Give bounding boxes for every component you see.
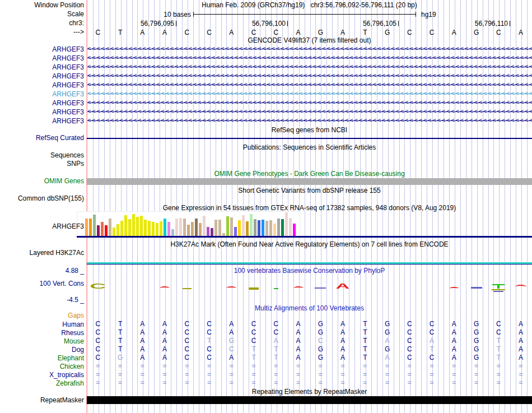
gencode-transcript[interactable]: <<<<<<<<<<<<<<<<<<<<<<<<<<<<<<<<<<<<<<<<… bbox=[87, 81, 532, 88]
gtex-tissue-bar[interactable] bbox=[218, 220, 221, 236]
gencode-gene-label[interactable]: ARHGEF3 bbox=[0, 108, 84, 116]
multiz-sequence-row[interactable]: CTAACCCTTAGATGCTAGTA bbox=[87, 345, 532, 353]
gencode-transcript[interactable]: <<<<<<<<<<<<<<<<<<<<<<<<<<<<<<<<<<<<<<<<… bbox=[87, 90, 532, 97]
gtex-tissue-bar[interactable] bbox=[273, 224, 276, 236]
gtex-gene-label[interactable]: ARHGEF3 bbox=[0, 223, 84, 230]
gtex-tissue-bar[interactable] bbox=[116, 224, 119, 236]
multiz-species-label[interactable]: Zebrafish bbox=[0, 379, 84, 387]
gencode-gene-label[interactable]: ARHGEF3 bbox=[0, 63, 84, 71]
multiz-species-label[interactable]: Chicken bbox=[0, 363, 84, 370]
gencode-transcript[interactable]: <<<<<<<<<<<<<<<<<<<<<<<<<<<<<<<<<<<<<<<<… bbox=[87, 54, 532, 61]
gtex-tissue-bar[interactable] bbox=[97, 225, 100, 236]
multiz-sequence-row[interactable]: CTAACTGCAACATACAAGTA bbox=[87, 337, 532, 345]
gtex-tissue-bar[interactable] bbox=[265, 221, 268, 236]
multiz-species-label[interactable]: Human bbox=[0, 321, 84, 328]
gtex-tissue-bar[interactable] bbox=[128, 219, 131, 236]
gtex-tissue-bar[interactable] bbox=[293, 224, 296, 236]
gtex-tissue-bar[interactable] bbox=[238, 220, 241, 236]
gencode-gene-label[interactable]: ARHGEF3 bbox=[0, 81, 84, 89]
gtex-tissue-bar[interactable] bbox=[164, 219, 166, 236]
gtex-tissue-bar[interactable] bbox=[120, 221, 123, 236]
gtex-tissue-bar[interactable] bbox=[148, 221, 151, 236]
gtex-tissue-bar[interactable] bbox=[85, 219, 88, 236]
gtex-tissue-bar[interactable] bbox=[191, 222, 194, 236]
gtex-tissue-bar[interactable] bbox=[183, 219, 186, 236]
gtex-tissue-bar[interactable] bbox=[93, 215, 96, 236]
gencode-transcript[interactable]: <<<<<<<<<<<<<<<<<<<<<<<<<<<<<<<<<<<<<<<<… bbox=[87, 45, 532, 52]
gtex-tissue-bar[interactable] bbox=[285, 212, 288, 236]
gtex-tissue-bar[interactable] bbox=[132, 214, 135, 236]
gtex-tissue-bar[interactable] bbox=[167, 222, 170, 236]
multiz-species-label[interactable]: Dog bbox=[0, 346, 84, 354]
gtex-tissue-bar[interactable] bbox=[140, 216, 143, 236]
gtex-tissue-bar[interactable] bbox=[269, 220, 272, 236]
gtex-tissue-bar[interactable] bbox=[179, 218, 182, 236]
gtex-tissue-bar[interactable] bbox=[187, 225, 190, 236]
omim-gene-bar[interactable] bbox=[87, 178, 532, 185]
multiz-species-label[interactable]: Rhesus bbox=[0, 329, 84, 337]
gtex-tissue-bar[interactable] bbox=[101, 222, 104, 236]
multiz-sequence-row[interactable]: ==================== bbox=[87, 379, 532, 387]
gtex-tissue-bar[interactable] bbox=[242, 215, 245, 236]
gtex-tissue-bar[interactable] bbox=[160, 221, 162, 236]
phylop-track-label[interactable]: 100 Vert. Cons bbox=[0, 280, 84, 287]
gtex-tissue-bar[interactable] bbox=[203, 216, 206, 236]
gencode-gene-label[interactable]: ARHGEF3 bbox=[0, 54, 84, 62]
gencode-gene-label[interactable]: ARHGEF3 bbox=[0, 99, 84, 107]
gtex-tissue-bar[interactable] bbox=[105, 225, 108, 236]
gaps-label[interactable]: Gaps bbox=[0, 312, 84, 319]
gtex-tissue-bar[interactable] bbox=[89, 219, 92, 236]
gtex-tissue-bar[interactable] bbox=[113, 228, 115, 236]
gtex-tissue-bar[interactable] bbox=[195, 219, 198, 236]
omim-genes-label[interactable]: OMIM Genes bbox=[0, 178, 84, 185]
gtex-tissue-bar[interactable] bbox=[211, 228, 213, 236]
gencode-transcript[interactable]: <<<<<<<<<<<<<<<<<<<<<<<<<<<<<<<<<<<<<<<<… bbox=[87, 72, 532, 79]
gtex-tissue-bar[interactable] bbox=[207, 227, 209, 236]
gtex-tissue-bar[interactable] bbox=[254, 219, 256, 236]
multiz-sequence-row[interactable]: ==================== bbox=[87, 362, 532, 370]
gencode-transcript[interactable]: <<<<<<<<<<<<<<<<<<<<<<<<<<<<<<<<<<<<<<<<… bbox=[87, 117, 532, 124]
refseq-curated-label[interactable]: RefSeq Curated bbox=[0, 134, 84, 142]
gtex-tissue-bar[interactable] bbox=[144, 220, 147, 236]
gtex-tissue-bar[interactable] bbox=[156, 223, 158, 236]
multiz-sequence-row[interactable]: ==================== bbox=[87, 370, 532, 378]
multiz-sequence-row[interactable]: CTAACCACCAGATGCCAGCA bbox=[87, 320, 532, 328]
gtex-tissue-bar[interactable] bbox=[226, 216, 229, 236]
multiz-species-label[interactable]: X_tropicalis bbox=[0, 371, 84, 379]
gtex-tissue-bar[interactable] bbox=[281, 219, 284, 236]
gtex-tissue-bar[interactable] bbox=[175, 219, 178, 236]
refseq-gene-line[interactable] bbox=[87, 138, 532, 139]
gtex-tissue-bar[interactable] bbox=[124, 215, 127, 236]
gtex-tissue-bar[interactable] bbox=[246, 221, 249, 236]
repeatmasker-label[interactable]: RepeatMasker bbox=[0, 397, 84, 404]
multiz-sequence-row[interactable]: CTAACCACCAGATGCCAGCA bbox=[87, 328, 532, 336]
gtex-tissue-bar[interactable] bbox=[277, 219, 280, 236]
multiz-species-label[interactable]: Mouse bbox=[0, 337, 84, 345]
gtex-tissue-bar[interactable] bbox=[250, 214, 253, 236]
gtex-tissue-bar[interactable] bbox=[262, 220, 264, 236]
gencode-gene-label[interactable]: ARHGEF3 bbox=[0, 72, 84, 80]
gtex-tissue-bar[interactable] bbox=[109, 219, 111, 236]
gencode-transcript[interactable]: <<<<<<<<<<<<<<<<<<<<<<<<<<<<<<<<<<<<<<<<… bbox=[87, 63, 532, 70]
gtex-expression-chart[interactable] bbox=[77, 211, 300, 237]
gtex-tissue-bar[interactable] bbox=[214, 220, 217, 236]
gtex-tissue-bar[interactable] bbox=[234, 227, 237, 236]
gtex-tissue-bar[interactable] bbox=[199, 223, 202, 236]
gtex-tissue-bar[interactable] bbox=[230, 217, 233, 236]
gtex-tissue-bar[interactable] bbox=[136, 217, 139, 236]
gtex-tissue-bar[interactable] bbox=[152, 222, 155, 236]
sequences-label[interactable]: Sequences bbox=[0, 152, 84, 159]
layered-h3k27ac-label[interactable]: Layered H3K27Ac bbox=[0, 249, 84, 257]
gencode-gene-label[interactable]: ARHGEF3 bbox=[0, 117, 84, 125]
common-dbsnp-label[interactable]: Common dbSNP(155) bbox=[0, 195, 84, 202]
repeatmasker-bar[interactable] bbox=[87, 396, 532, 404]
gtex-tissue-bar[interactable] bbox=[258, 220, 260, 236]
multiz-sequence-row[interactable]: CGAACCATTAGATACCAGTA bbox=[87, 354, 532, 361]
snps-label[interactable]: SNPs bbox=[0, 160, 84, 168]
multiz-species-label[interactable]: Elephant bbox=[0, 354, 84, 362]
gencode-transcript[interactable]: <<<<<<<<<<<<<<<<<<<<<<<<<<<<<<<<<<<<<<<<… bbox=[87, 108, 532, 115]
gencode-gene-label[interactable]: ARHGEF3 bbox=[0, 90, 84, 98]
gtex-tissue-bar[interactable] bbox=[289, 218, 292, 236]
gencode-gene-label[interactable]: ARHGEF3 bbox=[0, 45, 84, 53]
gencode-transcript[interactable]: <<<<<<<<<<<<<<<<<<<<<<<<<<<<<<<<<<<<<<<<… bbox=[87, 99, 532, 106]
